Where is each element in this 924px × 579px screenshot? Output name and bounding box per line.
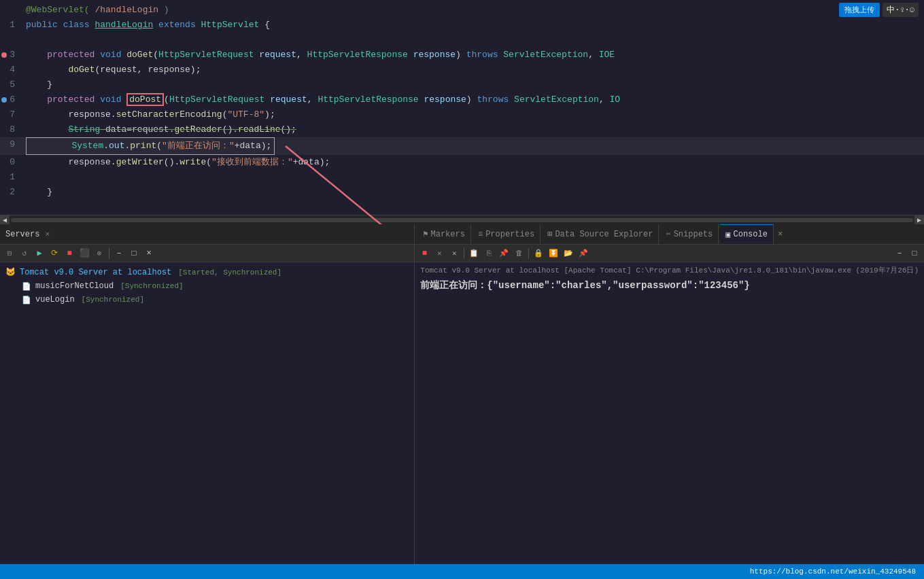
code-content-10: response.getWriter().write("接收到前端数据："+da… [20, 155, 924, 170]
tab-snippets[interactable]: ✂ Snippets [660, 224, 719, 244]
data-source-icon: ⊞ [547, 229, 552, 239]
code-content-12: } [20, 185, 924, 200]
line-number-12: 2 [0, 185, 20, 200]
servers-refresh-btn[interactable]: ↺ [18, 247, 31, 260]
server-list: 🐱 Tomcat v9.0 Server at localhost [Start… [0, 262, 414, 579]
code-line-0: @WebServlet( /handleLogin ) [0, 3, 924, 18]
breakpoint-dot-3 [1, 52, 7, 58]
line-number-3: 3 [0, 48, 20, 63]
console-maximize-btn[interactable]: □ [908, 247, 921, 260]
code-content-1: public class handleLogin extends HttpSer… [20, 18, 924, 33]
line-number-10: 0 [0, 155, 20, 170]
code-lines: @WebServlet( /handleLogin ) 1 public cla… [0, 0, 924, 200]
vuelogin-sub-item[interactable]: 📄 vueLogin [Synchronized] [0, 293, 414, 306]
servers-minimize-btn[interactable]: – [112, 247, 126, 260]
console-toolbar-sep-2 [528, 248, 529, 259]
scrollbar-track[interactable] [11, 218, 913, 222]
code-content-2 [20, 33, 924, 48]
servers-start-btn[interactable]: ▶ [33, 247, 46, 260]
console-btn-2[interactable]: ✕ [432, 247, 446, 260]
console-icon: ▣ [725, 230, 730, 240]
console-toolbar-sep-1 [464, 248, 464, 259]
code-content-3: protected void doGet(HttpServletRequest … [20, 48, 924, 63]
code-content-9: System.out.print("前端正在访问："+data); [20, 137, 924, 155]
line-number-1: 1 [0, 18, 20, 33]
console-scroll-lock-btn[interactable]: 🔒 [532, 247, 545, 260]
console-tabs: ⚑ Markers ≡ Properties ⊞ Data Source Exp… [415, 224, 924, 245]
servers-panel-title: Servers [5, 230, 39, 239]
line-number-11: 1 [0, 170, 20, 185]
tab-markers-label: Markers [431, 230, 465, 239]
tomcat-server-item[interactable]: 🐱 Tomcat v9.0 Server at localhost [Start… [0, 265, 414, 279]
editor-scrollbar[interactable]: ◀ ▶ [0, 215, 924, 224]
servers-new-btn[interactable]: ⊟ [3, 247, 16, 260]
console-minimize-btn[interactable]: – [893, 247, 906, 260]
console-new-btn[interactable]: 📋 [467, 247, 481, 260]
code-line-9: 9 System.out.print("前端正在访问："+data); [0, 137, 924, 155]
tomcat-server-name: Tomcat v9.0 Server at localhost [20, 268, 171, 277]
music-sub-item[interactable]: 📄 musicForNetCloud [Synchronized] [0, 279, 414, 293]
servers-maximize-btn[interactable]: □ [127, 247, 141, 260]
code-content-0: @WebServlet( /handleLogin ) [20, 3, 924, 18]
servers-disconnect-btn[interactable]: ⊗ [92, 247, 106, 260]
toolbar-separator-1 [109, 248, 109, 259]
servers-panel-close[interactable]: × [45, 230, 50, 239]
code-content-7: response.setCharacterEncoding("UTF-8"); [20, 107, 924, 122]
code-line-1: 1 public class handleLogin extends HttpS… [0, 18, 924, 33]
status-bar: https://blog.csdn.net/weixin_43249548 [0, 564, 924, 579]
code-content-8: String data=request.getReader().readLine… [20, 122, 924, 137]
line-number-8: 8 [0, 122, 20, 137]
tab-properties[interactable]: ≡ Properties [473, 224, 541, 244]
tomcat-server-row: 🐱 Tomcat v9.0 Server at localhost [Start… [5, 267, 409, 277]
music-icon: 📄 [22, 282, 31, 291]
console-paste-btn[interactable]: 📌 [497, 247, 511, 260]
servers-panel-header: Servers × [0, 224, 414, 245]
tab-console-label: Console [734, 230, 768, 239]
snippets-icon: ✂ [666, 229, 670, 239]
line-number-7: 7 [0, 107, 20, 122]
servers-stop-btn[interactable]: ■ [63, 247, 76, 260]
vuelogin-sub-row: 📄 vueLogin [Synchronized] [22, 295, 409, 304]
console-info-line: Tomcat v9.0 Server at localhost [Apache … [420, 265, 919, 275]
console-pin-btn[interactable]: 📌 [577, 247, 590, 260]
console-scroll-end-btn[interactable]: ⏬ [547, 247, 560, 260]
console-content: Tomcat v9.0 Server at localhost [Apache … [415, 262, 924, 579]
code-editor: @WebServlet( /handleLogin ) 1 public cla… [0, 0, 924, 224]
console-terminate-btn[interactable]: ■ [417, 247, 431, 260]
code-content-11 [20, 170, 924, 185]
line-number-9: 9 [0, 137, 20, 152]
scroll-right-btn[interactable]: ▶ [914, 215, 924, 225]
code-content-5: } [20, 77, 924, 92]
code-line-8: 8 String data=request.getReader().readLi… [0, 122, 924, 137]
code-content-4: doGet(request, response); [20, 63, 924, 77]
lang-selector[interactable]: 中·♀·☺ [883, 3, 919, 17]
scroll-left-btn[interactable]: ◀ [0, 215, 10, 225]
bottom-panel: Servers × ⊟ ↺ ▶ ⟳ ■ ⬛ ⊗ – □ × [0, 224, 924, 579]
tab-markers[interactable]: ⚑ Markers [417, 224, 471, 244]
servers-debug-btn[interactable]: ⬛ [78, 247, 91, 260]
tab-properties-label: Properties [485, 230, 534, 239]
console-toolbar: ■ ✕ ✕ 📋 ⎘ 📌 🗑 🔒 [415, 245, 924, 262]
line-number-4: 4 [0, 63, 20, 77]
console-btn-3[interactable]: ✕ [447, 247, 461, 260]
tab-data-source[interactable]: ⊞ Data Source Explorer [542, 224, 659, 244]
console-copy-btn[interactable]: ⎘ [482, 247, 496, 260]
upload-button[interactable]: 拖拽上传 [839, 3, 880, 17]
tomcat-server-status: [Started, Synchronized] [178, 268, 281, 277]
servers-close-btn[interactable]: × [142, 247, 156, 260]
line-number-5: 5 [0, 77, 20, 92]
properties-icon: ≡ [478, 230, 483, 239]
console-close-btn[interactable]: × [775, 230, 785, 239]
code-line-2 [0, 33, 924, 48]
console-open-btn[interactable]: 📂 [562, 247, 575, 260]
code-line-7: 7 response.setCharacterEncoding("UTF-8")… [0, 107, 924, 122]
status-bar-url: https://blog.csdn.net/weixin_43249548 [750, 567, 916, 576]
console-clear-btn[interactable]: 🗑 [512, 247, 526, 260]
tab-console[interactable]: ▣ Console [720, 224, 774, 244]
code-line-3: 3 protected void doGet(HttpServletReques… [0, 48, 924, 63]
markers-icon: ⚑ [423, 229, 428, 239]
servers-restart-btn[interactable]: ⟳ [48, 247, 61, 260]
code-line-5: 5 } [0, 77, 924, 92]
vuelogin-sub-status: [Synchronized] [82, 296, 144, 304]
tomcat-icon: 🐱 [5, 267, 16, 277]
